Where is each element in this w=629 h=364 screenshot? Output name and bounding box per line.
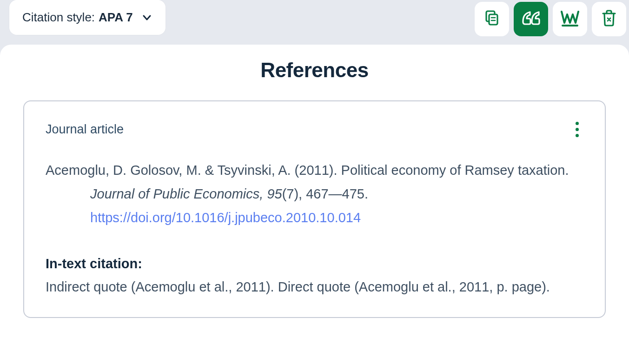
source-type-label: Journal article: [46, 122, 124, 137]
copy-icon: [483, 9, 501, 29]
citation-issue-pages: (7), 467—475.: [282, 186, 368, 201]
citation-text: Acemoglu, D. Golosov, M. & Tsyvinski, A.…: [46, 159, 583, 229]
svg-rect-1: [489, 14, 497, 25]
top-bar: Citation style: APA 7: [0, 0, 629, 45]
delete-button[interactable]: [592, 2, 626, 36]
copy-button[interactable]: [475, 2, 509, 36]
citation-authors-title: Acemoglu, D. Golosov, M. & Tsyvinski, A.…: [46, 163, 569, 178]
intext-citation-text: Indirect quote (Acemoglu et al., 2011). …: [46, 276, 583, 298]
chevron-down-icon: [141, 12, 152, 23]
trash-icon: [600, 9, 618, 29]
word-export-button[interactable]: [553, 2, 587, 36]
card-header: Journal article: [46, 120, 583, 139]
citation-doi-link[interactable]: https://doi.org/10.1016/j.jpubeco.2010.1…: [90, 210, 361, 225]
more-vertical-icon: [576, 122, 579, 137]
citation-card[interactable]: Journal article Acemoglu, D. Golosov, M.…: [23, 100, 606, 318]
toolbar: [475, 0, 629, 36]
cite-button[interactable]: [514, 2, 548, 36]
references-panel: References Journal article Acemoglu, D. …: [0, 45, 629, 364]
word-icon: [560, 9, 580, 29]
more-options-button[interactable]: [571, 120, 583, 139]
quote-icon: [520, 9, 542, 29]
citation-journal: Journal of Public Economics, 95: [90, 186, 282, 201]
intext-citation-block: In-text citation: Indirect quote (Acemog…: [46, 252, 583, 298]
citation-style-selector[interactable]: Citation style: APA 7: [9, 0, 166, 35]
panel-title: References: [23, 59, 606, 82]
intext-citation-label: In-text citation:: [46, 252, 583, 275]
style-name: APA 7: [99, 10, 133, 25]
style-label-prefix: Citation style:: [22, 10, 95, 25]
